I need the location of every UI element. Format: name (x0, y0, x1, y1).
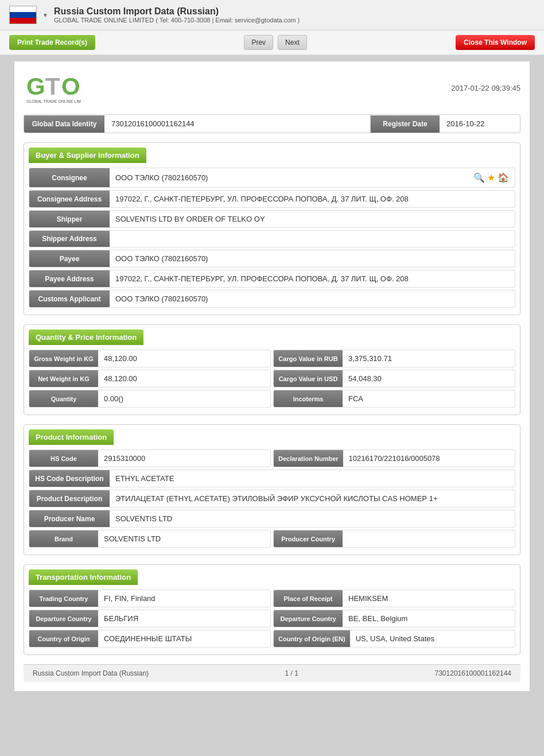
country-origin-en-label: Country of Origin (EN) (274, 630, 350, 647)
identity-row: Global Data Identity 7301201610000116214… (24, 114, 520, 133)
shipper-row: Shipper SOLVENTIS LTD BY ORDER OF TELKO … (29, 210, 515, 228)
footer-center: 1 / 1 (285, 669, 298, 677)
place-of-receipt-label: Place of Receipt (274, 590, 343, 607)
top-title: Russia Custom Import Data (Russian) GLOB… (54, 6, 535, 24)
cargo-usd-row: Cargo Value in USD 54,048.30 (273, 370, 515, 387)
country-origin-en-value: US, USA, United States (350, 630, 515, 647)
quantity-value: 0.00() (98, 390, 270, 407)
cargo-usd-value: 54,048.30 (343, 370, 515, 387)
transportation-body: Trading Country FI, FIN, Finland Place o… (24, 585, 520, 654)
product-title: Product Information (36, 433, 107, 441)
consignee-address-value: 197022, Г., САНКТ-ПЕТЕРБУРГ, УЛ. ПРОФЕСС… (110, 191, 515, 207)
country-origin-value: СОЕДИНЕННЫЕ ШТАТЫ (98, 630, 270, 647)
cargo-rub-value: 3,375,310.71 (343, 350, 515, 367)
record-header: G T O GLOBAL TRADE ONLINE LIMITED 2017-0… (24, 71, 520, 105)
record-datetime: 2017-01-22 09:39:45 (451, 84, 520, 92)
home-icon[interactable]: 🏠 (498, 172, 509, 183)
trading-receipt-row: Trading Country FI, FIN, Finland Place o… (29, 590, 515, 607)
svg-text:T: T (45, 73, 60, 100)
transportation-title: Transportation Information (36, 573, 131, 581)
hs-code-desc-value: ETHYL ACETATE (110, 470, 515, 487)
buyer-supplier-section: Buyer & Supplier Information Consignee О… (24, 142, 520, 315)
shipper-value: SOLVENTIS LTD BY ORDER OF TELKO OY (110, 211, 515, 227)
hscode-declaration-row: HS Code 2915310000 Declaration Number 10… (29, 449, 515, 467)
departure-country-en-label: Departure Country (274, 610, 343, 627)
payee-address-label: Payee Address (29, 270, 110, 287)
page-title: Russia Custom Import Data (Russian) (54, 6, 535, 17)
trading-country-row: Trading Country FI, FIN, Finland (29, 590, 271, 607)
payee-address-row: Payee Address 197022, Г., САНКТ-ПЕТЕРБУР… (29, 270, 515, 288)
country-origin-ru-row: Country of Origin СОЕДИНЕННЫЕ ШТАТЫ (29, 630, 271, 648)
cargo-usd-label: Cargo Value in USD (274, 370, 343, 387)
consignee-value: ООО ТЭЛКО (7802160570) 🔍 ★ 🏠 (110, 168, 515, 187)
net-weight-label: Net Weight in KG (29, 370, 98, 387)
buyer-supplier-body: Consignee ООО ТЭЛКО (7802160570) 🔍 ★ 🏠 C… (24, 163, 520, 315)
consignee-icons: 🔍 ★ 🏠 (473, 172, 509, 183)
company-info: GLOBAL TRADE ONLINE LIMITED ( Tel: 400-7… (54, 17, 535, 24)
departure-country-en-row: Departure Country BE, BEL, Belgium (273, 610, 515, 627)
gross-cargo-rub-row: Gross Weight in KG 48,120.00 Cargo Value… (29, 350, 515, 367)
global-data-identity-value: 73012016100001162144 (104, 115, 371, 133)
producer-name-value: SOLVENTIS LTD (110, 510, 515, 527)
producer-country-value (343, 530, 515, 547)
country-origin-en-row: Country of Origin (EN) US, USA, United S… (273, 630, 515, 648)
consignee-row: Consignee ООО ТЭЛКО (7802160570) 🔍 ★ 🏠 (29, 168, 515, 188)
place-of-receipt-value: HEMIKSEM (343, 590, 515, 607)
producer-country-label: Producer Country (274, 530, 343, 547)
logo-area: G T O GLOBAL TRADE ONLINE LIMITED (24, 71, 81, 105)
product-desc-label: Product Description (29, 490, 110, 507)
payee-label: Payee (29, 250, 110, 267)
shipper-address-value (110, 231, 515, 247)
next-button[interactable]: Next (278, 35, 307, 50)
star-icon[interactable]: ★ (487, 172, 495, 183)
product-section: Product Information HS Code 2915310000 D… (24, 424, 520, 555)
quantity-price-section: Quantity & Price Information Gross Weigh… (24, 324, 520, 415)
search-icon[interactable]: 🔍 (473, 172, 485, 183)
toolbar: Print Trade Record(s) Prev Next Close Th… (0, 30, 544, 55)
declaration-number-row: Declaration Number 10216170/221016/00050… (273, 449, 515, 467)
footer-bar: Russia Custom Import Data (Russian) 1 / … (24, 664, 520, 682)
net-cargo-usd-row: Net Weight in KG 48,120.00 Cargo Value i… (29, 370, 515, 387)
shipper-address-row: Shipper Address (29, 230, 515, 247)
hs-code-desc-row: HS Code Description ETHYL ACETATE (29, 470, 515, 487)
quantity-label: Quantity (29, 390, 98, 407)
hs-code-desc-label: HS Code Description (29, 470, 110, 487)
buyer-supplier-header: Buyer & Supplier Information (29, 148, 146, 163)
trading-country-value: FI, FIN, Finland (98, 590, 270, 607)
brand-producer-country-row: Brand SOLVENTIS LTD Producer Country (29, 530, 515, 548)
product-desc-value: ЭТИЛАЦЕТАТ (ETHYL ACETATE) ЭТИЛОВЫЙ ЭФИР… (110, 490, 515, 507)
producer-name-row: Producer Name SOLVENTIS LTD (29, 510, 515, 528)
product-header: Product Information (29, 429, 114, 445)
cargo-rub-row: Cargo Value in RUB 3,375,310.71 (273, 350, 515, 367)
producer-country-row: Producer Country (273, 530, 515, 548)
flag-dropdown[interactable]: ▼ (42, 12, 48, 18)
shipper-address-label: Shipper Address (29, 231, 110, 247)
gross-weight-label: Gross Weight in KG (29, 350, 98, 367)
close-button[interactable]: Close This Window (456, 35, 535, 50)
origin-rows: Country of Origin СОЕДИНЕННЫЕ ШТАТЫ Coun… (29, 630, 515, 648)
cargo-rub-label: Cargo Value in RUB (274, 350, 343, 367)
departure-country-ru-row: Departure Country БЕЛЬГИЯ (29, 610, 271, 627)
svg-text:GLOBAL TRADE ONLINE LIMITED: GLOBAL TRADE ONLINE LIMITED (26, 99, 81, 103)
global-data-identity-label: Global Data Identity (24, 115, 104, 133)
footer-left: Russia Custom Import Data (Russian) (33, 669, 149, 677)
incoterms-label: Incoterms (274, 390, 343, 407)
customs-applicant-label: Customs Applicant (29, 290, 110, 307)
net-weight-row: Net Weight in KG 48,120.00 (29, 370, 271, 387)
departure-country-value: БЕЛЬГИЯ (98, 610, 270, 627)
main-content: G T O GLOBAL TRADE ONLINE LIMITED 2017-0… (14, 61, 530, 692)
payee-row: Payee ООО ТЭЛКО (7802160570) (29, 250, 515, 267)
product-body: HS Code 2915310000 Declaration Number 10… (24, 445, 520, 555)
print-button[interactable]: Print Trade Record(s) (9, 35, 95, 50)
country-origin-label: Country of Origin (29, 630, 98, 647)
declaration-number-value: 10216170/221016/0005078 (343, 450, 515, 467)
prev-button[interactable]: Prev (244, 35, 273, 50)
logo-svg: G T O GLOBAL TRADE ONLINE LIMITED (24, 71, 81, 105)
gross-weight-row: Gross Weight in KG 48,120.00 (29, 350, 271, 367)
brand-row: Brand SOLVENTIS LTD (29, 530, 271, 548)
shipper-label: Shipper (29, 211, 110, 227)
hs-code-label: HS Code (29, 450, 98, 467)
place-of-receipt-row: Place of Receipt HEMIKSEM (273, 590, 515, 607)
footer-right: 73012016100001162144 (435, 669, 511, 677)
brand-value: SOLVENTIS LTD (98, 530, 270, 547)
